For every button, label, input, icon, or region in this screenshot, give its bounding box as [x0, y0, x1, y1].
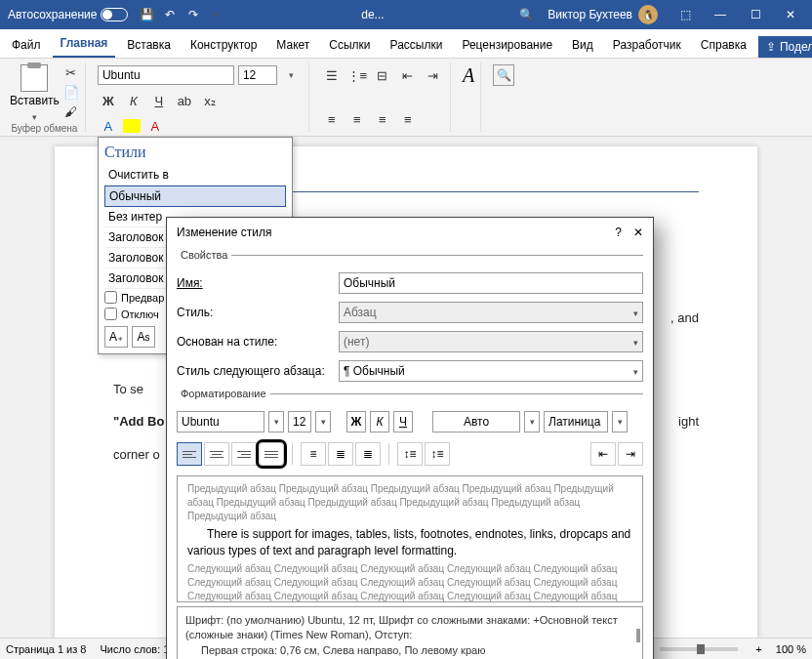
zoom-slider[interactable]	[660, 647, 738, 651]
bold-button[interactable]: Ж	[98, 90, 119, 111]
style-clear[interactable]: Очистить в	[104, 165, 286, 185]
dlg-indent-increase[interactable]: ⇥	[618, 442, 643, 466]
autosave-toggle[interactable]	[101, 8, 128, 21]
dlg-align-right[interactable]	[231, 442, 257, 466]
align-center-button[interactable]: ≡	[346, 108, 368, 130]
dlg-font-size[interactable]: 12	[288, 411, 311, 432]
styles-gallery-icon[interactable]: A	[463, 64, 474, 87]
multilevel-button[interactable]: ⊟	[372, 64, 393, 86]
align-right-button[interactable]: ≡	[372, 108, 393, 130]
format-painter-icon[interactable]: 🖌	[63, 103, 79, 119]
tab-references[interactable]: Ссылки	[321, 32, 378, 58]
ribbon: Вставить ✂ 📄 🖌 Буфер обмена Ж К Ч ab x₂ …	[0, 59, 812, 137]
minimize-icon[interactable]: —	[703, 0, 738, 29]
paste-dropdown-icon[interactable]	[32, 109, 37, 123]
dlg-font-color[interactable]: Авто	[432, 411, 520, 432]
tab-review[interactable]: Рецензирование	[454, 32, 560, 58]
chevron-down-icon[interactable]	[633, 335, 638, 349]
search-icon[interactable]: 🔍	[519, 8, 534, 21]
copy-icon[interactable]: 📄	[63, 84, 79, 100]
doc-text: ight	[678, 412, 699, 432]
dlg-line-spacing-1[interactable]: ≡	[301, 442, 326, 466]
dlg-align-center[interactable]	[204, 442, 229, 466]
tab-insert[interactable]: Вставка	[119, 32, 179, 58]
numbering-button[interactable]: ⋮≡	[346, 64, 368, 86]
text-effects-button[interactable]: A	[98, 115, 119, 137]
increase-indent-button[interactable]: ⇥	[423, 64, 444, 86]
dlg-space-before-up[interactable]: ↕≡	[397, 442, 423, 466]
save-icon[interactable]: 💾	[138, 6, 155, 23]
qat-dropdown-icon[interactable]	[208, 6, 225, 23]
dlg-underline[interactable]: Ч	[393, 411, 413, 432]
tab-mailings[interactable]: Рассылки	[383, 32, 451, 58]
name-field[interactable]: Обычный	[339, 272, 643, 294]
dlg-script[interactable]: Латиница	[544, 411, 608, 432]
ribbon-collapse-icon[interactable]: ⬚	[668, 0, 703, 29]
dlg-font-color-dd[interactable]	[524, 411, 540, 432]
tab-help[interactable]: Справка	[693, 32, 754, 58]
align-left-button[interactable]: ≡	[321, 108, 343, 130]
dlg-align-justify[interactable]	[259, 442, 284, 466]
paste-button[interactable]: Вставить	[10, 64, 60, 123]
dlg-indent-decrease[interactable]: ⇤	[590, 442, 616, 466]
subscript-button[interactable]: x₂	[199, 90, 221, 111]
style-inspector-button[interactable]: As	[132, 326, 155, 348]
dialog-help-button[interactable]: ?	[615, 226, 622, 239]
redo-icon[interactable]: ↷	[184, 6, 202, 23]
zoom-in[interactable]: +	[755, 643, 761, 655]
formatting-legend: Форматирование	[177, 388, 270, 399]
user-account[interactable]: Виктор Бухтеев 🐧	[548, 5, 658, 24]
dlg-font-name[interactable]: Ubuntu	[177, 411, 264, 432]
style-normal[interactable]: Обычный	[104, 185, 286, 207]
dlg-italic[interactable]: К	[370, 411, 389, 432]
tab-layout[interactable]: Макет	[268, 32, 317, 58]
underline-button[interactable]: Ч	[148, 90, 170, 111]
quick-access-toolbar: 💾 ↶ ↷	[138, 6, 225, 23]
based-on-label: Основан на стиле:	[177, 335, 333, 349]
next-style-field[interactable]: ¶ Обычный	[339, 360, 643, 382]
tab-developer[interactable]: Разработчик	[605, 32, 689, 58]
autosave[interactable]: Автосохранение	[8, 8, 128, 21]
based-on-field[interactable]: (нет)	[339, 331, 643, 352]
tab-file[interactable]: Файл	[4, 32, 49, 58]
dlg-script-dd[interactable]	[612, 411, 628, 432]
dialog-title: Изменение стиля	[177, 226, 271, 239]
tab-constructor[interactable]: Конструктор	[183, 32, 264, 58]
dialog-close-button[interactable]: ✕	[633, 226, 643, 239]
find-button[interactable]: 🔍	[493, 64, 514, 86]
dlg-align-left[interactable]	[177, 442, 202, 466]
cut-icon[interactable]: ✂	[63, 64, 79, 80]
share-button[interactable]: ⇪ Поделиться	[758, 36, 812, 58]
tab-home[interactable]: Главная	[53, 30, 116, 58]
separator	[292, 443, 293, 465]
preview-sample-text: There is support for images, tables, lis…	[187, 526, 632, 559]
page-status[interactable]: Страница 1 из 8	[6, 643, 86, 655]
dlg-bold[interactable]: Ж	[346, 411, 366, 432]
zoom-level[interactable]: 100 %	[776, 643, 806, 655]
scrollbar-thumb[interactable]	[636, 629, 640, 642]
bullets-button[interactable]: ☰	[321, 64, 343, 86]
close-icon[interactable]: ✕	[773, 0, 808, 29]
next-style-label: Стиль следующего абзаца:	[177, 364, 333, 378]
styles-pane-title: Стили	[104, 144, 286, 161]
dlg-space-before-down[interactable]: ↕≡	[425, 442, 450, 466]
dlg-line-spacing-15[interactable]: ≣	[328, 442, 353, 466]
paste-icon	[20, 64, 48, 92]
highlight-button[interactable]	[123, 119, 141, 133]
undo-icon[interactable]: ↶	[161, 6, 179, 23]
dlg-font-size-dd[interactable]	[315, 411, 331, 432]
font-size-dropdown[interactable]	[281, 64, 303, 86]
maximize-icon[interactable]: ☐	[738, 0, 773, 29]
font-name-input[interactable]	[98, 65, 234, 85]
strikethrough-button[interactable]: ab	[174, 90, 195, 111]
italic-button[interactable]: К	[123, 90, 144, 111]
decrease-indent-button[interactable]: ⇤	[397, 64, 419, 86]
new-style-button[interactable]: A₊	[104, 326, 128, 348]
font-size-input[interactable]	[238, 65, 277, 85]
dlg-font-name-dd[interactable]	[268, 411, 284, 432]
dlg-line-spacing-2[interactable]: ≣	[355, 442, 381, 466]
font-color-button[interactable]: A	[144, 115, 166, 137]
tab-view[interactable]: Вид	[564, 32, 601, 58]
justify-button[interactable]: ≡	[397, 108, 419, 130]
chevron-down-icon[interactable]	[633, 364, 638, 378]
